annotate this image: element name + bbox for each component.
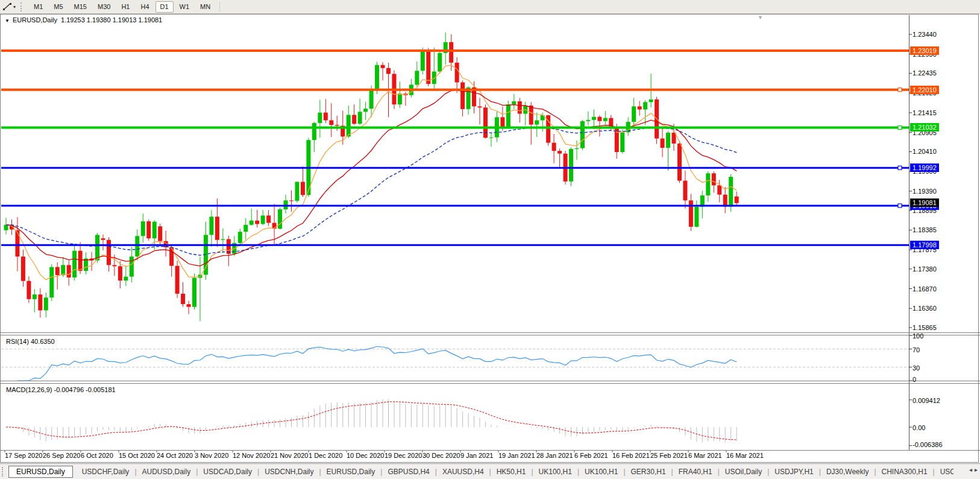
macd-axis-label: -0.006386 bbox=[912, 441, 943, 448]
date-axis-label: 25 Feb 2021 bbox=[650, 452, 688, 459]
date-axis-label: 16 Feb 2021 bbox=[612, 452, 650, 459]
tab-scroll-controls: ◂ ▸ bbox=[969, 466, 978, 473]
price-axis-label: 1.16870 bbox=[912, 285, 937, 293]
macd-axis-label: 0.009412 bbox=[912, 397, 940, 404]
chart-shift-marker-icon[interactable]: ▼ bbox=[758, 14, 763, 21]
price-axis-label: 1.22435 bbox=[912, 69, 937, 77]
hline-price-label-5: 1.17998 bbox=[910, 241, 939, 249]
date-axis-label: 9 Jan 2021 bbox=[460, 452, 493, 459]
date-axis-label: 10 Dec 2020 bbox=[347, 452, 384, 459]
rsi-line bbox=[17, 346, 737, 381]
hline-price-label-3: 1.19992 bbox=[910, 163, 939, 172]
rsi-axis-label: 100 bbox=[912, 332, 923, 340]
date-axis-label: 19 Jan 2021 bbox=[498, 452, 535, 459]
moving-average-slow bbox=[6, 127, 737, 256]
macd-axis-label: 0.00 bbox=[912, 424, 925, 431]
date-axis-label: 3 Nov 2020 bbox=[195, 452, 228, 459]
price-axis-label: 1.21415 bbox=[912, 109, 937, 116]
date-axis-label: 30 Dec 2020 bbox=[422, 452, 460, 459]
price-axis-label: 1.23440 bbox=[912, 31, 937, 38]
date-axis-label: 24 Oct 2020 bbox=[157, 452, 193, 459]
date-axis-label: 26 Sep 2020 bbox=[43, 452, 80, 459]
chart-title-symbol: EURUSD,Daily bbox=[13, 16, 57, 24]
separator-rsi-macd[interactable] bbox=[0, 381, 980, 381]
hline-handle bbox=[898, 166, 902, 170]
separator-main-rsi[interactable] bbox=[0, 332, 980, 333]
hline-handle bbox=[898, 204, 902, 208]
chart-plot-canvas[interactable] bbox=[0, 0, 980, 479]
price-axis-label: 1.20410 bbox=[912, 148, 937, 155]
date-axis-label: 1 Dec 2020 bbox=[309, 452, 342, 459]
chart-title: ▼EURUSD,Daily 1.19253 1.19380 1.19013 1.… bbox=[5, 16, 162, 24]
hline-price-label-1: 1.22010 bbox=[910, 86, 939, 94]
rsi-axis-label: 70 bbox=[912, 346, 920, 354]
date-axis-label: 6 Oct 2020 bbox=[81, 452, 113, 459]
rsi-level-lines bbox=[1, 349, 909, 367]
date-axis-label: 12 Nov 2020 bbox=[233, 452, 270, 459]
hline-handle bbox=[898, 125, 902, 129]
date-axis-label: 15 Oct 2020 bbox=[119, 452, 155, 459]
macd-indicator-label: MACD(12,26,9) -0.004796 -0.005181 bbox=[6, 386, 116, 393]
separator-rsi-macd-2[interactable] bbox=[0, 383, 980, 384]
date-axis-label: 17 Sep 2020 bbox=[5, 452, 42, 459]
separator-main-rsi-2[interactable] bbox=[0, 335, 980, 335]
date-axis-label: 16 Mar 2021 bbox=[726, 452, 764, 459]
chart-title-ohlc: 1.19253 1.19380 1.19013 1.19081 bbox=[61, 16, 162, 24]
date-axis-label: 6 Feb 2021 bbox=[574, 452, 608, 459]
date-axis-label: 21 Nov 2020 bbox=[271, 452, 308, 459]
tab-scroll-right-icon[interactable]: ▸ bbox=[975, 466, 978, 473]
price-axis-label: 1.18385 bbox=[912, 226, 937, 233]
rsi-axis-label: 30 bbox=[912, 364, 920, 372]
tab-scroll-left-icon[interactable]: ◂ bbox=[969, 466, 972, 473]
date-axis-label: 19 Dec 2020 bbox=[385, 452, 422, 459]
date-axis-label: 28 Jan 2021 bbox=[536, 452, 573, 459]
symbol-dropdown-icon[interactable]: ▼ bbox=[5, 18, 10, 24]
rsi-axis-label: 0 bbox=[912, 376, 916, 383]
separator-macd-dates[interactable] bbox=[0, 450, 980, 451]
rsi-indicator-label: RSI(14) 40.6350 bbox=[6, 338, 55, 345]
price-axis-label: 1.15865 bbox=[912, 324, 937, 331]
hline-handle bbox=[898, 88, 902, 92]
mt4-application-window: { "toolbar": { "line_tool_icon": "trendl… bbox=[0, 0, 980, 479]
macd-histogram bbox=[6, 399, 737, 443]
date-axis-label: 6 Mar 2021 bbox=[688, 452, 722, 459]
candles-layer bbox=[4, 33, 739, 322]
hline-price-label-2: 1.21032 bbox=[910, 123, 939, 132]
hline-price-label-0: 1.23019 bbox=[910, 46, 939, 55]
price-axis-label: 1.17380 bbox=[912, 265, 937, 273]
price-axis-label: 1.19390 bbox=[912, 188, 937, 195]
price-axis-label: 1.16360 bbox=[912, 305, 937, 312]
current-bid-price-label: 1.19081 bbox=[910, 198, 939, 207]
